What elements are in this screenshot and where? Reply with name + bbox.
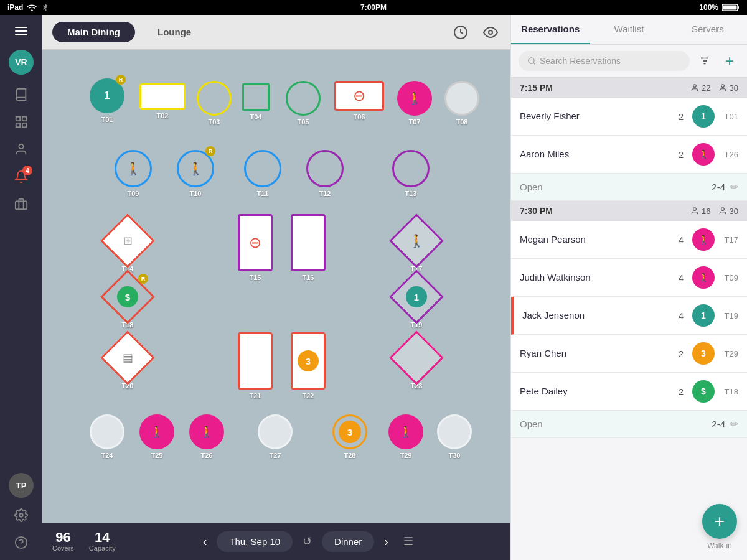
svg-point-9 bbox=[19, 513, 23, 517]
refresh-button[interactable]: ↺ bbox=[298, 532, 317, 551]
wifi-icon bbox=[27, 4, 37, 11]
bluetooth-icon bbox=[40, 3, 49, 12]
reservation-beverly-fisher[interactable]: Beverly Fisher 2 1 T01 bbox=[511, 98, 747, 136]
sidebar-item-wallet[interactable] bbox=[9, 192, 34, 217]
edit-icon-730[interactable]: ✏ bbox=[730, 418, 738, 430]
table-T16[interactable]: T16 bbox=[291, 214, 326, 281]
tab-reservations[interactable]: Reservations bbox=[511, 15, 590, 44]
table-T23[interactable]: T23 bbox=[397, 338, 436, 390]
seated-number-715: 22 bbox=[702, 83, 710, 93]
table-T14[interactable]: ⊞ T14 bbox=[108, 222, 147, 273]
table-T13[interactable]: T13 bbox=[392, 150, 430, 197]
badge-r-T18: R bbox=[138, 274, 148, 284]
reservation-judith-watkinson[interactable]: Judith Watkinson 4 🚶 T09 bbox=[511, 259, 747, 297]
table-T15[interactable]: ⊖ T15 bbox=[238, 214, 273, 281]
table-T21[interactable]: T21 bbox=[238, 332, 273, 399]
table-T08[interactable]: T08 bbox=[444, 81, 479, 126]
reservation-pete-dailey[interactable]: Pete Dailey 2 $ T18 bbox=[511, 373, 747, 411]
table-T05[interactable]: T05 bbox=[286, 81, 321, 126]
table-T10[interactable]: R 🚶 T10 bbox=[177, 150, 214, 197]
svg-point-20 bbox=[693, 85, 697, 88]
walkin-fab[interactable]: + Walk-in bbox=[702, 504, 737, 550]
search-input-wrap[interactable]: Search Reservations bbox=[519, 51, 690, 71]
list-view-button[interactable]: ☰ bbox=[398, 532, 418, 551]
table-T24[interactable]: T24 bbox=[90, 414, 125, 459]
nav-section: ‹ Thu, Sep 10 ↺ Dinner › ☰ bbox=[198, 531, 418, 552]
main-content: Main Dining Lounge R 1 T01 bbox=[42, 15, 510, 560]
sidebar-bottom: TP bbox=[9, 473, 34, 555]
walkin-label: Walk-in bbox=[707, 541, 732, 550]
table-T09[interactable]: 🚶 T09 bbox=[115, 150, 152, 197]
prev-day-button[interactable]: ‹ bbox=[198, 532, 212, 551]
total-number-730: 30 bbox=[730, 207, 738, 216]
sidebar-item-settings[interactable] bbox=[9, 503, 34, 528]
sidebar-item-grid[interactable] bbox=[9, 110, 34, 134]
reservation-jack-jensenon[interactable]: Jack Jensenon 4 1 T19 bbox=[511, 297, 747, 335]
table-T06[interactable]: ⊖ T06 bbox=[334, 81, 384, 121]
covers-label: Covers bbox=[52, 544, 74, 552]
covers-info: 96 Covers 14 Capacity bbox=[52, 531, 116, 552]
user-avatar[interactable]: VR bbox=[9, 50, 34, 75]
total-count-730: 30 bbox=[718, 207, 738, 216]
svg-point-23 bbox=[721, 208, 724, 211]
time-header-730: 7:30 PM 16 30 bbox=[511, 201, 747, 221]
svg-point-13 bbox=[489, 30, 492, 34]
tp-avatar[interactable]: TP bbox=[9, 473, 34, 498]
floor: R 1 T01 T02 T03 T04 bbox=[52, 60, 500, 513]
table-T02[interactable]: T02 bbox=[139, 83, 186, 119]
reservation-megan-pearson[interactable]: Megan Pearson 4 🚶 T17 bbox=[511, 221, 747, 259]
sidebar-item-notification[interactable]: 4 bbox=[9, 164, 34, 189]
tab-waitlist[interactable]: Waitlist bbox=[590, 15, 668, 44]
add-reservation-button[interactable]: + bbox=[720, 51, 740, 71]
seated-count-730: 16 bbox=[690, 207, 710, 216]
meal-display[interactable]: Dinner bbox=[322, 531, 374, 552]
date-display[interactable]: Thu, Sep 10 bbox=[217, 531, 293, 552]
bottom-bar: 96 Covers 14 Capacity ‹ Thu, Sep 10 ↺ Di… bbox=[42, 523, 510, 560]
filter-button[interactable] bbox=[695, 51, 715, 71]
table-T01[interactable]: R 1 T01 bbox=[90, 78, 125, 123]
search-bar: Search Reservations + bbox=[511, 45, 747, 78]
table-T04[interactable]: T04 bbox=[242, 83, 270, 121]
table-T20[interactable]: ▤ T20 bbox=[108, 338, 147, 390]
edit-icon-715[interactable]: ✏ bbox=[730, 181, 738, 193]
tab-servers[interactable]: Servers bbox=[669, 15, 747, 44]
next-day-button[interactable]: › bbox=[379, 532, 393, 551]
table-T17[interactable]: 🚶 T17 bbox=[397, 222, 436, 273]
table-T19[interactable]: 1 T19 bbox=[397, 278, 436, 329]
table-T03[interactable]: T03 bbox=[197, 81, 232, 126]
res-name-text-megan: Megan Pearson bbox=[520, 233, 670, 246]
capacity-number: 14 bbox=[95, 531, 110, 544]
reservation-aaron-miles[interactable]: Aaron Miles 2 🚶 T26 bbox=[511, 136, 747, 174]
open-slot-730[interactable]: Open 2-4 ✏ bbox=[511, 411, 747, 438]
top-bar: Main Dining Lounge bbox=[42, 15, 510, 50]
table-T07[interactable]: 🚶 T07 bbox=[397, 81, 432, 126]
table-T29[interactable]: 🚶 T29 bbox=[388, 414, 423, 459]
res-name-jack: Jack Jensenon bbox=[522, 309, 670, 322]
res-icon-beverly: 1 bbox=[692, 105, 715, 128]
seated-count-715: 22 bbox=[690, 83, 710, 93]
menu-button[interactable] bbox=[10, 20, 32, 42]
sidebar-item-help[interactable] bbox=[9, 530, 34, 555]
tab-lounge[interactable]: Lounge bbox=[143, 22, 206, 42]
reservation-ryan-chen[interactable]: Ryan Chen 2 3 T29 bbox=[511, 335, 747, 373]
seated-number-730: 16 bbox=[702, 207, 710, 216]
notification-badge: 4 bbox=[22, 166, 32, 175]
table-T30[interactable]: T30 bbox=[437, 414, 472, 459]
open-slot-715[interactable]: Open 2-4 ✏ bbox=[511, 174, 747, 201]
table-T27[interactable]: T27 bbox=[258, 414, 293, 459]
table-T12[interactable]: T12 bbox=[306, 150, 344, 197]
table-T22[interactable]: 3 T22 bbox=[291, 332, 326, 399]
tab-main-dining[interactable]: Main Dining bbox=[52, 22, 135, 42]
res-table-megan: T17 bbox=[720, 235, 738, 245]
table-T26[interactable]: 🚶 T26 bbox=[189, 414, 224, 459]
table-T28[interactable]: 3 T28 bbox=[332, 414, 367, 459]
walkin-button[interactable]: + bbox=[702, 504, 737, 539]
table-T11[interactable]: T11 bbox=[244, 150, 281, 197]
sidebar-item-person[interactable] bbox=[9, 137, 34, 162]
history-icon[interactable] bbox=[451, 22, 471, 42]
view-icon[interactable] bbox=[481, 22, 500, 42]
sidebar-item-book[interactable] bbox=[9, 82, 34, 107]
res-name-megan: Megan Pearson bbox=[520, 233, 670, 246]
table-T18[interactable]: R $ T18 bbox=[108, 278, 147, 329]
table-T25[interactable]: 🚶 T25 bbox=[139, 414, 174, 459]
